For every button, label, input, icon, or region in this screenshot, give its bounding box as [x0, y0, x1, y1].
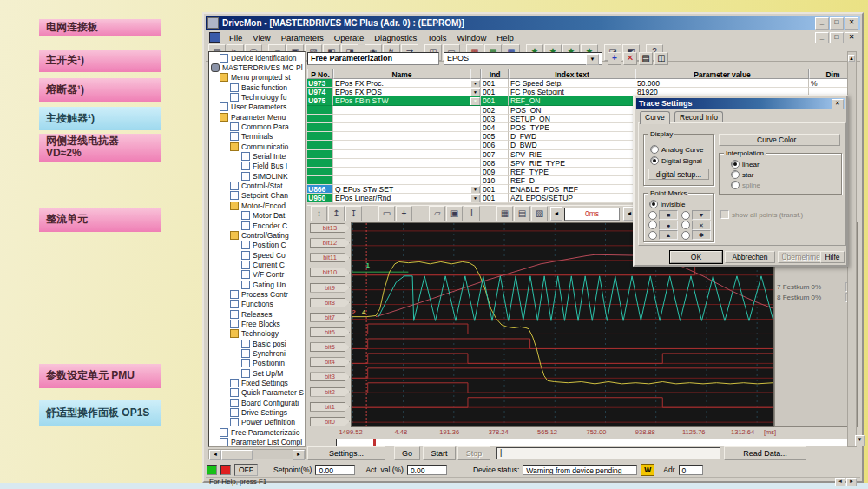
tree-item[interactable]: V/F Contr — [209, 270, 305, 280]
tree-item[interactable]: Basic function — [209, 83, 305, 92]
tree-item[interactable]: Communicatio — [209, 142, 305, 151]
bit-tag[interactable]: bit3 — [310, 372, 350, 381]
tree-item[interactable]: Parameter List Compl — [209, 437, 305, 446]
table-row[interactable]: U973 EPos FX Proc. ▼ 001 FC Speed Setp. … — [307, 79, 857, 88]
grid-icon[interactable]: ▦ — [496, 206, 513, 221]
tree-item[interactable]: Control/Gating — [209, 230, 305, 240]
vertical-scrollbar[interactable]: ▲ ▼ — [847, 51, 857, 447]
zoom-fit-icon[interactable]: ↕ — [311, 206, 327, 221]
maximize-button[interactable]: □ — [830, 17, 844, 30]
menu-item[interactable]: File — [224, 33, 247, 43]
row-combo-button[interactable]: ▼ — [470, 115, 481, 123]
point-mark-option[interactable]: ● — [648, 221, 678, 230]
bit-tag[interactable]: bit7 — [310, 313, 350, 322]
setpoint-field[interactable]: 0.00 — [315, 465, 355, 475]
bit-tag[interactable]: bit9 — [310, 283, 350, 293]
row-combo-button[interactable]: ▼ — [470, 150, 481, 159]
tree-item[interactable]: Set Up/M — [209, 368, 305, 378]
bit-tag[interactable]: bit2 — [310, 387, 350, 397]
bit-tag[interactable]: bit11 — [310, 253, 350, 262]
menu-item[interactable]: Window — [451, 33, 491, 43]
tree-item[interactable]: Free Parameterizatio — [209, 427, 305, 437]
chevron-down-icon[interactable]: ▼ — [586, 54, 599, 65]
separator[interactable] — [413, 206, 428, 220]
new-list-button[interactable]: ▤ — [639, 52, 653, 65]
tree-item[interactable]: Current C — [209, 260, 305, 269]
adr-field[interactable]: 0 — [679, 465, 703, 475]
scroll-up-button[interactable]: ▲ — [848, 55, 855, 62]
minimize-button[interactable]: _ — [815, 17, 829, 30]
read-data-button[interactable]: Read Data... — [724, 446, 806, 460]
tree-item[interactable]: Fixed Settings — [209, 378, 305, 387]
print-trace-icon[interactable]: ▨ — [531, 206, 548, 221]
child-close-button[interactable]: ✕ — [845, 32, 858, 43]
scroll-left-icon[interactable]: ◄ — [835, 478, 845, 486]
tree-item[interactable]: Terminals — [209, 132, 305, 142]
tree-item[interactable]: Motor-/Encod — [209, 201, 305, 210]
separator[interactable] — [363, 206, 378, 220]
close-button[interactable]: ✕ — [845, 17, 858, 30]
tree-item[interactable]: Technology fu — [209, 92, 305, 102]
digital-signal-radio[interactable]: Digital Signal — [650, 156, 702, 165]
cursor-left-icon[interactable]: ◄ — [550, 207, 562, 221]
tree-item[interactable]: Speed Co — [209, 250, 305, 260]
child-minimize-button[interactable]: _ — [815, 32, 829, 43]
cursor-time-field[interactable]: 0ms — [564, 208, 620, 221]
tree-horizontal-scrollbar[interactable]: ◄ ► — [208, 449, 306, 459]
row-combo-button[interactable]: ▼ — [470, 88, 481, 96]
crosshair-icon[interactable]: + — [396, 206, 412, 221]
scroll-right-button[interactable]: ► — [293, 450, 305, 460]
interp-star-radio[interactable]: star — [731, 170, 753, 179]
group-combo[interactable]: EPOS ▼ — [444, 52, 602, 65]
corner-scrollbar[interactable]: ◄ ► — [835, 478, 857, 486]
tree-item[interactable]: Basic posi — [209, 339, 305, 348]
zoom-out-y-icon[interactable]: ↧ — [345, 206, 362, 221]
trace-position-slider[interactable] — [336, 439, 858, 446]
tree-item[interactable]: MASTERDRIVES MC Pl — [209, 63, 305, 72]
row-combo-button[interactable]: ▼ — [470, 159, 481, 168]
separator[interactable] — [481, 206, 496, 220]
tree-item[interactable]: Encoder C — [209, 221, 305, 230]
tree-item[interactable]: Board Configurati — [209, 398, 305, 407]
tree-item[interactable]: Motor Dat — [209, 211, 305, 221]
tree-item[interactable]: SIMOLINK — [209, 171, 305, 181]
tree-item[interactable]: Quick Parameter S — [209, 388, 305, 398]
tree-item[interactable]: Synchroni — [209, 348, 305, 358]
dialog-close-button[interactable]: ✕ — [832, 99, 844, 109]
row-combo-button[interactable]: ▼ — [470, 132, 481, 141]
child-window-icon[interactable] — [209, 32, 220, 43]
tree-item[interactable]: Field Bus I — [209, 162, 305, 171]
interp-linear-radio[interactable]: linear — [731, 160, 760, 169]
row-combo-button[interactable]: ▼ — [470, 141, 481, 149]
point-mark-option[interactable]: ▼ — [681, 210, 711, 220]
digital-setup-button[interactable]: digital setup... — [648, 169, 709, 180]
list-icon[interactable]: ▤ — [514, 206, 530, 221]
tab-curve[interactable]: Curve — [640, 111, 670, 124]
bit-tag[interactable]: bit4 — [310, 357, 350, 367]
menu-item[interactable]: Parameters — [276, 33, 329, 43]
bit-tag[interactable]: bit10 — [310, 268, 350, 277]
tree-item[interactable]: Releases — [209, 309, 305, 319]
bit-tag[interactable]: bit0 — [310, 417, 350, 426]
tree-item[interactable]: Control-/Stat — [209, 181, 305, 190]
info-icon[interactable]: I — [464, 206, 480, 221]
row-combo-button[interactable]: ▼ — [470, 194, 481, 202]
scroll-left-button[interactable]: ◄ — [209, 450, 221, 460]
tree-item[interactable]: Gating Un — [209, 280, 305, 289]
tree-item[interactable]: Serial Inte — [209, 151, 305, 161]
delete-row-button[interactable]: ✕ — [623, 52, 637, 65]
tab-record-info[interactable]: Record Info — [674, 111, 723, 123]
slider-thumb[interactable] — [373, 439, 376, 446]
row-combo-button[interactable]: ▼ — [470, 96, 481, 105]
bit-tag[interactable]: bit12 — [310, 238, 350, 248]
scroll-thumb[interactable] — [221, 450, 253, 460]
tree-item[interactable]: Setpoint Chan — [209, 191, 305, 201]
menu-item[interactable]: Diagnostics — [369, 33, 422, 43]
tree-item[interactable]: Device identification — [209, 53, 305, 63]
bit-tag[interactable]: bit5 — [310, 342, 350, 352]
bit-tag[interactable]: bit8 — [310, 298, 350, 307]
menu-item[interactable]: Tools — [422, 33, 451, 43]
row-combo-button[interactable]: ▼ — [470, 176, 481, 185]
row-combo-button[interactable]: ▼ — [470, 79, 481, 88]
settings-button[interactable]: Settings... — [307, 446, 385, 460]
